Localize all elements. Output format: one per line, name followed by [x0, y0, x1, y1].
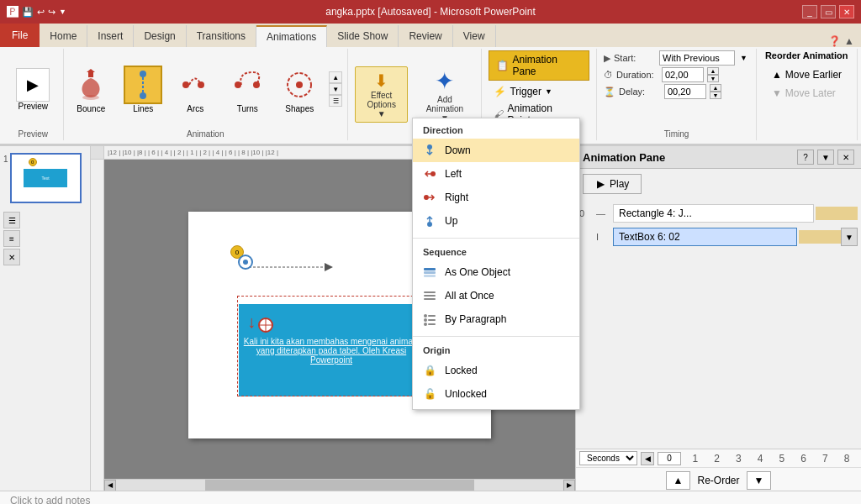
origin-unlocked-item[interactable]: 🔓 Unlocked	[413, 382, 579, 406]
timeline-unit-select[interactable]: Seconds	[579, 451, 637, 465]
move-later-button[interactable]: ▼ Move Later	[765, 86, 843, 101]
anim-item-2-bar	[799, 230, 841, 244]
panel-view-btn[interactable]: ☰	[3, 212, 20, 228]
preview-group-label: Preview	[18, 128, 48, 139]
anim-list-item-2: I TextBox 6: 02 ▼	[579, 226, 858, 248]
tab-transitions[interactable]: Transitions	[187, 25, 256, 47]
svg-point-1	[140, 71, 146, 77]
duration-icon: ⏱	[604, 70, 613, 80]
svg-rect-24	[424, 295, 436, 297]
slide-thumbnail[interactable]: Text 0	[10, 153, 82, 203]
slide-thumb-text: Text	[41, 176, 49, 181]
panel-outline-btn[interactable]: ≡	[3, 230, 20, 247]
svg-point-0	[82, 95, 99, 100]
canvas-hscrollbar[interactable]: ◀ ▶	[104, 479, 575, 491]
hscrollbar-thumb[interactable]	[205, 480, 473, 491]
svg-point-10	[243, 260, 248, 265]
tab-animations[interactable]: Animations	[256, 25, 327, 47]
anim-item-1-label[interactable]: Rectangle 4: J...	[613, 204, 814, 223]
panel-close-btn[interactable]: ✕	[3, 249, 20, 265]
svg-point-2	[140, 92, 146, 99]
start-input[interactable]	[659, 50, 735, 66]
restore-button[interactable]: ▭	[821, 5, 836, 18]
duration-spin-down[interactable]: ▼	[707, 75, 719, 82]
quick-access-dropdown[interactable]: ▼	[59, 8, 66, 16]
anim-pane-minimize-btn[interactable]: ▼	[817, 150, 834, 165]
anim-item-2-label[interactable]: TextBox 6: 02	[613, 228, 797, 246]
play-button[interactable]: ▶ Play	[583, 174, 642, 194]
quick-access-redo[interactable]: ↪	[48, 7, 55, 18]
tab-insert[interactable]: Insert	[87, 25, 134, 47]
origin-unlocked-icon: 🔓	[423, 387, 436, 401]
anim-scroll-down[interactable]: ▼	[329, 83, 342, 95]
hscroll-left-btn[interactable]: ◀	[104, 480, 116, 491]
hscrollbar-track[interactable]	[116, 480, 563, 491]
svg-marker-12	[325, 263, 333, 271]
tab-home[interactable]: Home	[40, 25, 87, 47]
direction-left-item[interactable]: Left	[413, 162, 579, 186]
anim-pane-close-btn[interactable]: ✕	[837, 150, 854, 165]
ribbon-minimize-icon[interactable]: ▲	[844, 35, 854, 47]
anim-pane-help-btn[interactable]: ?	[797, 150, 814, 165]
tab-view[interactable]: View	[453, 25, 496, 47]
trigger-button[interactable]: ⚡ Trigger ▼	[489, 84, 573, 99]
duration-spin: ▲ ▼	[707, 67, 719, 82]
tab-slideshow[interactable]: Slide Show	[327, 25, 399, 47]
window-title: angka.pptx [Autosaved] - Microsoft Power…	[325, 6, 535, 18]
duration-label: Duration:	[616, 70, 658, 80]
tab-design[interactable]: Design	[134, 25, 186, 47]
minimize-button[interactable]: _	[802, 5, 817, 18]
effect-options-button[interactable]: ⬇ EffectOptions ▼	[355, 66, 408, 123]
red-arrow-indicator: ↓	[247, 312, 256, 332]
delay-spin-up[interactable]: ▲	[710, 84, 721, 92]
delay-input[interactable]	[664, 84, 706, 99]
animation-pane-button[interactable]: 📋 Animation Pane	[489, 50, 589, 81]
direction-right-item[interactable]: Right	[413, 186, 579, 209]
sequence-all-at-once-item[interactable]: All at Once	[413, 284, 579, 307]
tick-1: 1	[693, 453, 699, 465]
add-animation-button[interactable]: ✦ AddAnimation ▼	[415, 64, 474, 126]
duration-input[interactable]	[662, 67, 704, 82]
delay-spin-down[interactable]: ▼	[710, 92, 721, 99]
origin-locked-item[interactable]: 🔒 Locked	[413, 359, 579, 382]
tab-file[interactable]: File	[0, 24, 40, 47]
anim-scroll-up[interactable]: ▲	[329, 71, 342, 83]
sequence-as-one-item[interactable]: As One Object	[413, 260, 579, 284]
hscroll-right-btn[interactable]: ▶	[563, 480, 575, 491]
svg-rect-20	[424, 268, 436, 270]
help-icon[interactable]: ❓	[828, 35, 841, 47]
reorder-down-btn[interactable]: ▼	[747, 471, 772, 490]
direction-up-item[interactable]: Up	[413, 209, 579, 233]
slide-thumb-box: Text	[24, 169, 68, 187]
anim-turns-button[interactable]: Turns	[223, 64, 272, 115]
quick-access-undo[interactable]: ↩	[37, 7, 45, 18]
start-dropdown-icon[interactable]: ▼	[740, 54, 747, 62]
close-button[interactable]: ✕	[839, 5, 854, 18]
direction-left-icon	[423, 167, 436, 181]
anim-item-2-dropdown[interactable]: ▼	[841, 228, 858, 246]
timeline-nav-prev[interactable]: ◀	[641, 452, 654, 465]
timeline-numbers: 1 2 3 4 5 6 7 8	[684, 453, 858, 465]
anim-lines-button[interactable]: Lines	[119, 64, 167, 115]
animation-timeline: Seconds ◀ 1 2 3 4 5 6 7 8 ▲	[576, 449, 861, 491]
anim-arcs-button[interactable]: Arcs	[171, 64, 219, 115]
reorder-up-btn[interactable]: ▲	[666, 471, 691, 490]
tab-review[interactable]: Review	[399, 25, 452, 47]
direction-down-item[interactable]: Down	[413, 139, 579, 162]
duration-spin-up[interactable]: ▲	[707, 67, 719, 75]
delay-icon: ⏳	[604, 87, 615, 97]
move-earlier-button[interactable]: ▲ Move Earlier	[765, 67, 848, 82]
quick-access-save[interactable]: 💾	[22, 7, 34, 18]
svg-rect-21	[424, 271, 436, 274]
svg-point-19	[427, 222, 432, 227]
anim-bounce-button[interactable]: Bounce	[66, 64, 115, 115]
tick-6: 6	[800, 453, 806, 465]
preview-button[interactable]: ▶ Preview	[9, 65, 56, 114]
sequence-all-at-once-icon	[423, 289, 436, 302]
anim-shapes-button[interactable]: Shapes	[275, 64, 324, 115]
timeline-position-input[interactable]	[658, 452, 681, 465]
anim-scroll-more[interactable]: ☰	[329, 95, 342, 107]
turns-label: Turns	[237, 104, 258, 113]
sequence-section: Sequence As One Object All at Once	[413, 240, 579, 334]
sequence-by-paragraph-item[interactable]: By Paragraph	[413, 307, 579, 331]
